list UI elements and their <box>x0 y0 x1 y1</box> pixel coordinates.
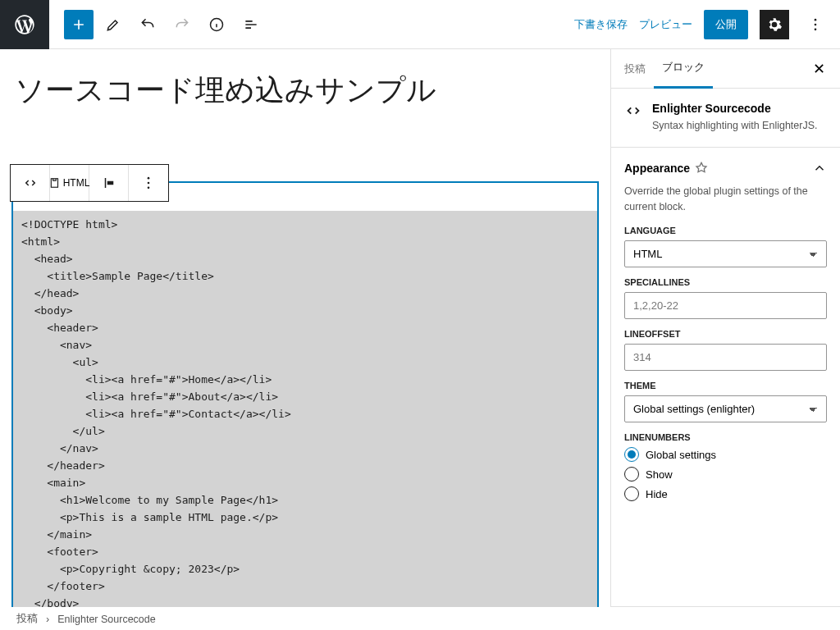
enlighter-code-block[interactable]: HTML <!DOCTYPE html> <html> <head> <titl… <box>11 181 599 607</box>
block-info: Enlighter Sourcecode Syntax highlighting… <box>611 89 840 148</box>
svg-point-1 <box>815 18 817 21</box>
svg-point-3 <box>815 28 817 30</box>
settings-button[interactable] <box>760 10 789 39</box>
top-toolbar: 下書き保存 プレビュー 公開 <box>0 0 840 49</box>
linenumbers-radio-global[interactable]: Global settings <box>624 447 827 462</box>
code-content[interactable]: <!DOCTYPE html> <html> <head> <title>Sam… <box>13 211 597 607</box>
pin-icon <box>695 162 708 175</box>
close-sidebar-button[interactable]: ✕ <box>803 53 835 84</box>
chevron-up-icon <box>812 161 827 176</box>
block-name: Enlighter Sourcecode <box>652 102 818 115</box>
speciallines-input[interactable] <box>624 292 827 319</box>
language-label: LANGUAGE <box>624 226 827 235</box>
lineoffset-input[interactable] <box>624 344 827 371</box>
lineoffset-label: LINEOFFSET <box>624 329 827 339</box>
edit-icon[interactable] <box>98 10 128 39</box>
block-type-icon[interactable] <box>11 165 50 201</box>
preview-link[interactable]: プレビュー <box>639 17 692 32</box>
publish-button[interactable]: 公開 <box>704 10 748 39</box>
info-button[interactable] <box>202 10 231 39</box>
block-description: Syntax highlighting with EnlighterJS. <box>652 118 818 134</box>
breadcrumb: 投稿 › Enlighter Sourcecode <box>0 607 172 630</box>
undo-button[interactable] <box>133 10 162 39</box>
tab-post[interactable]: 投稿 <box>616 50 654 88</box>
more-options-button[interactable] <box>801 10 830 39</box>
sidebar-tabs: 投稿 ブロック ✕ <box>611 49 840 89</box>
toolbar-html-button[interactable]: HTML <box>50 165 89 201</box>
post-title[interactable]: ソースコード埋め込みサンプル <box>15 71 599 111</box>
language-select[interactable]: HTML <box>624 240 827 267</box>
theme-label: THEME <box>624 381 827 390</box>
breadcrumb-root[interactable]: 投稿 <box>16 612 38 626</box>
linenumbers-label: LINENUMBERS <box>624 432 827 442</box>
settings-sidebar: 投稿 ブロック ✕ Enlighter Sourcecode Syntax hi… <box>610 49 840 607</box>
align-button[interactable] <box>89 165 129 201</box>
svg-rect-4 <box>51 179 57 188</box>
add-block-button[interactable] <box>64 10 94 39</box>
linenumbers-radio-show[interactable]: Show <box>624 467 827 482</box>
appearance-panel: Appearance Override the global plugin se… <box>611 148 840 607</box>
speciallines-label: SPECIALLINES <box>624 277 827 287</box>
redo-button[interactable] <box>167 10 197 39</box>
code-icon <box>624 102 642 120</box>
tab-block[interactable]: ブロック <box>654 48 713 89</box>
breadcrumb-leaf[interactable]: Enlighter Sourcecode <box>57 614 156 625</box>
editor-canvas: ソースコード埋め込みサンプル HTML HTML <!DOCTYPE html>… <box>0 49 610 607</box>
panel-header[interactable]: Appearance <box>624 161 827 176</box>
theme-select[interactable]: Global settings (enlighter) <box>624 395 827 422</box>
block-toolbar: HTML <box>10 164 169 202</box>
svg-point-5 <box>148 177 150 180</box>
panel-description: Override the global plugin settings of t… <box>624 184 827 215</box>
outline-button[interactable] <box>236 10 266 39</box>
svg-point-2 <box>815 23 817 25</box>
svg-point-6 <box>148 182 150 185</box>
wordpress-logo[interactable] <box>0 0 49 49</box>
linenumbers-radio-hide[interactable]: Hide <box>624 486 827 501</box>
svg-point-7 <box>148 187 150 189</box>
save-draft-link[interactable]: 下書き保存 <box>574 17 628 32</box>
block-more-button[interactable] <box>129 165 168 201</box>
